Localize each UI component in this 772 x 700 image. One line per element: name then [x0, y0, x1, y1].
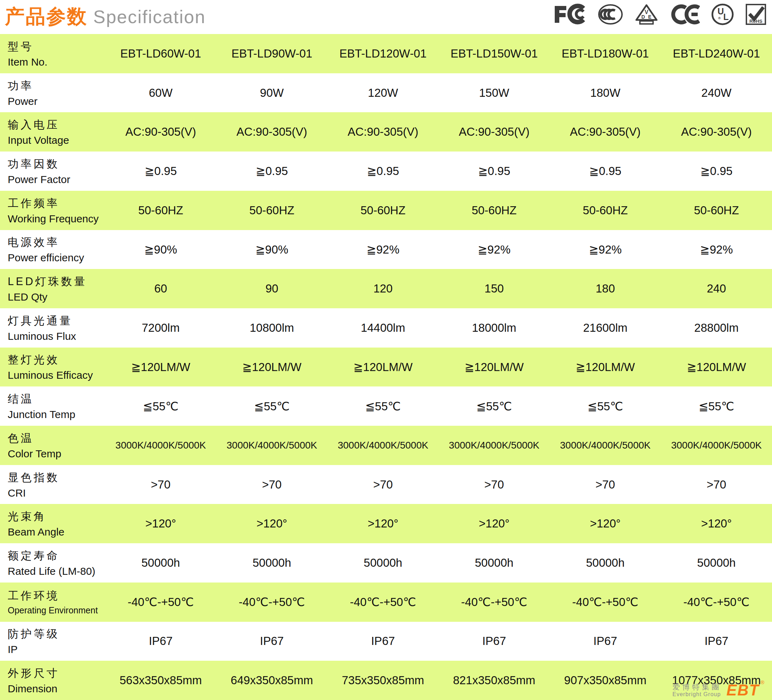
spec-value: ≧92% — [661, 230, 772, 269]
spec-value: 50000h — [327, 543, 438, 582]
row-label-en: Power Factor — [8, 174, 105, 185]
row-label-cn: 输入电压 — [8, 118, 105, 132]
spec-value: ≧120LM/W — [550, 348, 661, 387]
spec-value: >70 — [550, 465, 661, 504]
spec-value: >120° — [438, 504, 550, 543]
svg-text:E: E — [648, 14, 651, 20]
spec-value: AC:90-305(V) — [327, 112, 438, 151]
table-row: 功率 Power 60W90W120W150W180W240W — [0, 73, 772, 113]
row-label-en: Dimension — [8, 683, 105, 695]
spec-value: 180 — [550, 269, 661, 308]
spec-value: 50-60HZ — [438, 191, 550, 230]
spec-value: >70 — [216, 465, 327, 504]
row-label: 工作频率 Working Frequency — [0, 191, 105, 230]
spec-value: ≧0.95 — [661, 151, 772, 191]
row-label-cn: 型号 — [8, 39, 105, 54]
row-label: 额定寿命 Rated Life (LM-80) — [0, 543, 105, 582]
spec-value: EBT-LD90W-01 — [216, 34, 327, 73]
page-title: 产品参数 Specification — [5, 3, 206, 30]
spec-value: >70 — [327, 465, 438, 504]
row-label: 光束角 Beam Angle — [0, 504, 105, 543]
spec-value: 50-60HZ — [327, 191, 438, 230]
spec-value: 120W — [327, 73, 438, 113]
table-row: 功率因数 Power Factor ≧0.95≧0.95≧0.95≧0.95≧0… — [0, 151, 772, 191]
row-label: LED灯珠数量 LED Qty — [0, 269, 105, 308]
spec-value: 649x350x85mm — [216, 661, 327, 700]
row-label-en: Rated Life (LM-80) — [8, 566, 105, 577]
spec-value: 50000h — [105, 543, 216, 582]
row-label-cn: 防护等级 — [8, 627, 105, 641]
spec-value: AC:90-305(V) — [105, 112, 216, 151]
table-row: 额定寿命 Rated Life (LM-80) 50000h50000h5000… — [0, 543, 772, 582]
spec-value: ≦55℃ — [661, 387, 772, 426]
spec-value: AC:90-305(V) — [438, 112, 550, 151]
spec-value: ≧0.95 — [105, 151, 216, 191]
spec-value: ≧0.95 — [550, 151, 661, 191]
spec-value: IP67 — [438, 622, 550, 661]
spec-value: 21600lm — [550, 308, 661, 348]
spec-value: ≧120LM/W — [327, 348, 438, 387]
spec-value: 907x350x85mm — [550, 661, 661, 700]
spec-value: 50-60HZ — [105, 191, 216, 230]
certification-icons: V D E U L ® RoHS — [553, 3, 766, 25]
spec-value: 50000h — [216, 543, 327, 582]
spec-value: 3000K/4000K/5000K — [105, 426, 216, 465]
spec-value: -40℃-+50℃ — [327, 582, 438, 622]
header: 产品参数 Specification V D — [0, 0, 772, 34]
spec-value: ≧90% — [105, 230, 216, 269]
spec-value: 3000K/4000K/5000K — [550, 426, 661, 465]
spec-value: ≧92% — [438, 230, 550, 269]
spec-value: AC:90-305(V) — [216, 112, 327, 151]
row-label-cn: 灯具光通量 — [8, 313, 105, 328]
svg-text:L: L — [723, 12, 729, 22]
spec-value: 60W — [105, 73, 216, 113]
spec-value: IP67 — [661, 622, 772, 661]
spec-value: 821x350x85mm — [438, 661, 550, 700]
spec-value: EBT-LD240W-01 — [661, 34, 772, 73]
spec-value: >120° — [105, 504, 216, 543]
row-label: 整灯光效 Luminous Efficacy — [0, 348, 105, 387]
spec-sheet: 产品参数 Specification V D — [0, 0, 772, 700]
spec-value: 28800lm — [661, 308, 772, 348]
spec-value: -40℃-+50℃ — [105, 582, 216, 622]
row-label: 工作环境 Operating Environment — [0, 582, 105, 622]
row-label-cn: 色温 — [8, 431, 105, 446]
company-name: 爱博特集團 Everbright Group — [672, 683, 721, 698]
spec-value: EBT-LD180W-01 — [550, 34, 661, 73]
row-label: 功率 Power — [0, 73, 105, 113]
spec-value: 50000h — [550, 543, 661, 582]
spec-value: AC:90-305(V) — [550, 112, 661, 151]
spec-value: ≧90% — [216, 230, 327, 269]
row-label-en: Junction Temp — [8, 408, 105, 420]
spec-value: 563x350x85mm — [105, 661, 216, 700]
spec-value: 50000h — [438, 543, 550, 582]
svg-text:®: ® — [718, 16, 720, 20]
row-label: 结温 Junction Temp — [0, 387, 105, 426]
spec-value: ≦55℃ — [105, 387, 216, 426]
spec-value: 18000lm — [438, 308, 550, 348]
spec-value: 3000K/4000K/5000K — [438, 426, 550, 465]
row-label-cn: 光束角 — [8, 509, 105, 524]
ce-icon — [670, 3, 700, 25]
row-label-cn: 功率 — [8, 79, 105, 93]
row-label: 色温 Color Temp — [0, 426, 105, 465]
spec-value: 240 — [661, 269, 772, 308]
page-title-en: Specification — [93, 6, 206, 27]
spec-value: 150W — [438, 73, 550, 113]
spec-value: 735x350x85mm — [327, 661, 438, 700]
table-row: 输入电压 Input Voltage AC:90-305(V)AC:90-305… — [0, 112, 772, 151]
row-label-en: Luminous Efficacy — [8, 369, 105, 381]
spec-value: IP67 — [216, 622, 327, 661]
spec-value: 14400lm — [327, 308, 438, 348]
company-abbr: EBT ® — [726, 682, 764, 698]
spec-value: ≧120LM/W — [438, 348, 550, 387]
spec-value: >120° — [661, 504, 772, 543]
row-label: 显色指数 CRI — [0, 465, 105, 504]
row-label-cn: 电源效率 — [8, 235, 105, 250]
spec-value: ≦55℃ — [438, 387, 550, 426]
row-label-en: Power efficiency — [8, 252, 105, 264]
row-label-en: Working Frequency — [8, 213, 105, 225]
company-logo: 爱博特集團 Everbright Group EBT ® — [672, 682, 764, 698]
spec-value: IP67 — [327, 622, 438, 661]
spec-value: 50000h — [661, 543, 772, 582]
